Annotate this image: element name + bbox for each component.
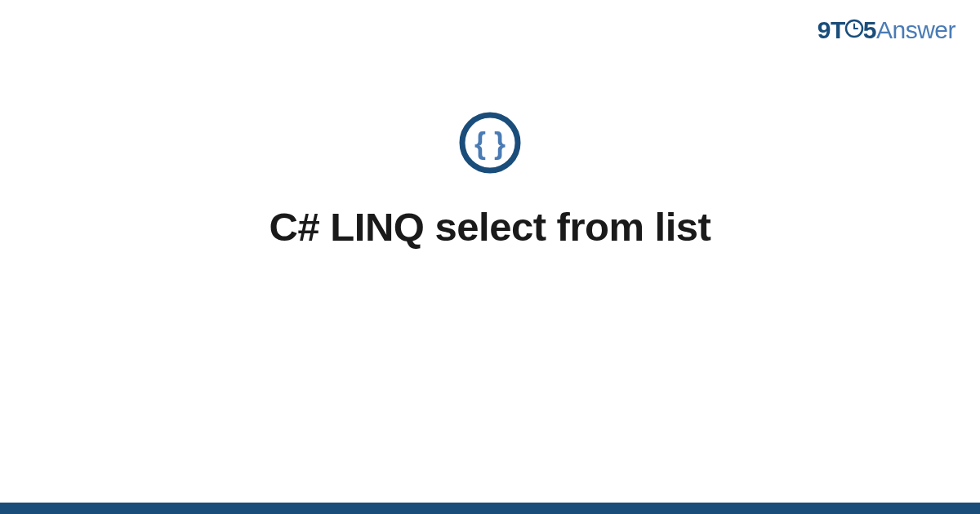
svg-text:{ }: { } [474,126,506,160]
brand-text-answer: Answer [876,16,956,43]
page-title: C# LINQ select from list [0,204,980,250]
brand-text-five: 5 [863,16,876,43]
main-content: { } C# LINQ select from list [0,111,980,250]
brand-text-nine: 9 [817,16,831,43]
site-brand-logo: 9T5Answer [817,16,956,46]
footer-accent-bar [0,503,980,514]
code-braces-icon: { } [458,111,522,178]
brand-text-t: T [831,16,845,43]
clock-icon [844,16,864,44]
